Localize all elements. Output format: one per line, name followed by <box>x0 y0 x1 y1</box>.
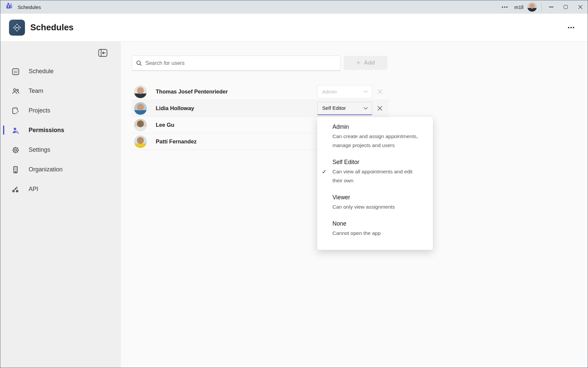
sidebar-item-label: Projects <box>29 107 50 114</box>
sidebar-item-label: Organization <box>29 166 63 173</box>
role-option-title: None <box>332 220 424 228</box>
main-content: + Add Thomas Josef Pentenrieder Admin <box>121 42 588 368</box>
body-row: Schedule Team Projects <box>0 42 588 368</box>
api-plug-gear-icon <box>11 185 20 194</box>
role-option-title: Viewer <box>332 193 424 201</box>
schedules-app-logo <box>9 20 25 36</box>
teams-logo-icon <box>6 2 14 12</box>
building-icon <box>11 165 20 174</box>
add-button-label: Add <box>364 60 375 66</box>
titlebar-right: ••• m1ll <box>497 0 588 14</box>
page-title: Schedules <box>30 22 74 33</box>
role-option-viewer[interactable]: Viewer Can only view assignments <box>317 193 433 211</box>
close-icon <box>377 105 383 111</box>
chevron-down-icon <box>363 107 368 110</box>
plus-icon: + <box>356 59 361 67</box>
calendar-icon <box>11 67 20 76</box>
minimize-icon <box>549 7 553 7</box>
titlebar-more-button[interactable]: ••• <box>497 5 513 10</box>
titlebar-account-name: m1ll <box>514 4 523 10</box>
user-row-thomas: Thomas Josef Pentenrieder Admin <box>132 84 389 100</box>
sidebar-item-settings[interactable]: Settings <box>0 140 121 160</box>
search-icon <box>136 60 142 66</box>
close-button[interactable] <box>573 0 588 14</box>
sidebar-collapse-button[interactable] <box>98 49 107 57</box>
user-avatar <box>134 119 147 131</box>
app-header: Schedules ••• <box>0 14 588 42</box>
close-icon <box>578 5 583 9</box>
role-option-title: Self Editor <box>332 158 424 166</box>
role-option-admin[interactable]: Admin Can create and assign appointments… <box>317 123 433 150</box>
role-dropdown-value: Self Editor <box>322 105 346 111</box>
titlebar-user-avatar[interactable] <box>527 2 537 12</box>
collapse-panel-icon <box>98 49 107 57</box>
user-name: Thomas Josef Pentenrieder <box>156 89 317 95</box>
sidebar-nav-list: Schedule Team Projects <box>0 62 121 199</box>
sidebar-item-label: Team <box>29 88 43 94</box>
user-avatar <box>134 135 147 148</box>
user-avatar <box>134 86 147 98</box>
role-menu-popup: Admin Can create and assign appointments… <box>317 117 433 250</box>
user-avatar <box>134 102 147 115</box>
sidebar-item-permissions[interactable]: Permissions <box>0 120 121 140</box>
clipboard-pencil-icon <box>11 106 20 115</box>
role-option-description: Cannot open the app <box>332 229 424 238</box>
role-option-title: Admin <box>332 123 424 131</box>
role-dropdown-value: Admin <box>322 89 337 95</box>
people-icon <box>11 87 20 95</box>
role-option-self-editor[interactable]: ✓ Self Editor Can view all appointments … <box>317 158 433 185</box>
sidebar-item-label: Settings <box>29 146 50 153</box>
close-icon <box>377 89 383 94</box>
maximize-button[interactable] <box>558 0 573 14</box>
active-indicator <box>3 125 4 135</box>
check-icon: ✓ <box>322 168 326 175</box>
sidebar-item-label: API <box>29 186 38 193</box>
app-window: Schedules ••• m1ll <box>0 0 588 368</box>
role-option-description: Can only view assignments <box>332 202 424 211</box>
remove-user-button[interactable] <box>376 104 384 112</box>
os-titlebar: Schedules ••• m1ll <box>0 0 588 14</box>
titlebar-left: Schedules <box>6 2 41 12</box>
sidebar: Schedule Team Projects <box>0 42 121 368</box>
chevron-down-icon <box>363 90 368 93</box>
search-input[interactable] <box>145 60 336 66</box>
sidebar-item-label: Permissions <box>29 127 64 134</box>
search-box[interactable] <box>132 56 340 71</box>
role-dropdown[interactable]: Admin <box>317 85 372 98</box>
sidebar-item-label: Schedule <box>29 68 54 75</box>
toolbar: + Add <box>132 56 588 71</box>
minimize-button[interactable] <box>544 0 558 14</box>
role-option-none[interactable]: None Cannot open the app <box>317 220 433 238</box>
user-row-lidia: Lidia Holloway Self Editor <box>132 100 389 117</box>
compass-flower-icon <box>12 23 22 33</box>
role-dropdown-open[interactable]: Self Editor <box>317 102 372 115</box>
user-name: Lidia Holloway <box>156 105 317 111</box>
sidebar-item-api[interactable]: API <box>0 179 121 199</box>
remove-user-button[interactable] <box>376 88 384 96</box>
sidebar-item-team[interactable]: Team <box>0 81 121 101</box>
header-more-button[interactable]: ••• <box>565 22 578 33</box>
role-option-description: Can create and assign appointments, mana… <box>332 132 424 150</box>
gear-icon <box>11 146 20 154</box>
add-user-button[interactable]: + Add <box>344 56 387 70</box>
sidebar-item-projects[interactable]: Projects <box>0 101 121 120</box>
sidebar-item-schedule[interactable]: Schedule <box>0 62 121 81</box>
sidebar-item-organization[interactable]: Organization <box>0 160 121 179</box>
person-key-icon <box>11 126 20 135</box>
maximize-icon <box>564 5 568 9</box>
titlebar-divider <box>541 3 542 11</box>
titlebar-app-name: Schedules <box>18 4 41 10</box>
role-option-description: Can view all appointments and edit their… <box>332 167 424 185</box>
